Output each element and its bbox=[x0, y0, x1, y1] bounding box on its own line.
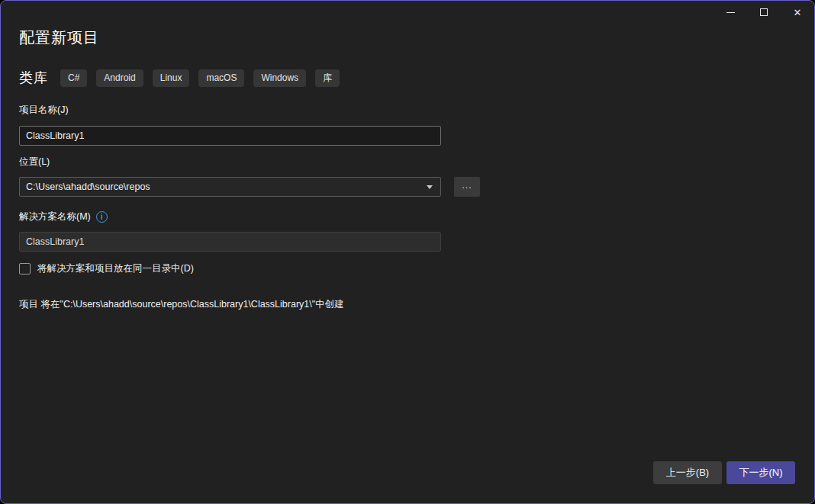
configure-project-dialog: ✕ 配置新项目 类库 C# Android Linux macOS Window… bbox=[0, 0, 815, 504]
dialog-content: 配置新项目 类库 C# Android Linux macOS Windows … bbox=[1, 27, 814, 311]
same-directory-checkbox[interactable] bbox=[19, 263, 31, 274]
same-directory-label: 将解决方案和项目放在同一目录中(D) bbox=[37, 262, 194, 275]
maximize-button[interactable] bbox=[747, 1, 781, 24]
tag-android: Android bbox=[96, 69, 143, 87]
title-bar[interactable]: ✕ bbox=[1, 1, 814, 25]
project-name-input[interactable] bbox=[19, 126, 441, 146]
location-combobox[interactable]: C:\Users\ahadd\source\repos bbox=[19, 177, 441, 197]
tag-csharp: C# bbox=[60, 69, 87, 87]
browse-button[interactable]: ... bbox=[454, 177, 480, 197]
location-label: 位置(L) bbox=[19, 156, 796, 169]
project-creation-path-info: 项目 将在"C:\Users\ahadd\source\repos\ClassL… bbox=[19, 298, 796, 311]
next-button[interactable]: 下一步(N) bbox=[726, 461, 795, 484]
close-button[interactable]: ✕ bbox=[781, 1, 814, 24]
minimize-button[interactable] bbox=[714, 1, 747, 24]
back-button[interactable]: 上一步(B) bbox=[653, 461, 722, 484]
tag-macos: macOS bbox=[198, 69, 244, 87]
minimize-icon bbox=[726, 12, 735, 13]
project-name-label: 项目名称(J) bbox=[19, 104, 796, 117]
solution-name-input[interactable] bbox=[19, 232, 441, 252]
close-icon: ✕ bbox=[794, 8, 802, 18]
solution-name-label-row: 解决方案名称(M) i bbox=[19, 210, 796, 223]
tag-linux: Linux bbox=[153, 69, 190, 87]
same-directory-row: 将解决方案和项目放在同一目录中(D) bbox=[19, 262, 796, 275]
location-row: C:\Users\ahadd\source\repos ... bbox=[19, 177, 796, 197]
tag-windows: Windows bbox=[253, 69, 306, 87]
tag-library: 库 bbox=[315, 69, 340, 87]
page-title: 配置新项目 bbox=[19, 27, 796, 48]
project-type-row: 类库 C# Android Linux macOS Windows 库 bbox=[19, 69, 796, 87]
location-value: C:\Users\ahadd\source\repos bbox=[26, 181, 150, 192]
maximize-icon bbox=[760, 8, 768, 16]
info-icon[interactable]: i bbox=[96, 211, 108, 223]
chevron-down-icon bbox=[427, 185, 433, 189]
solution-name-label: 解决方案名称(M) bbox=[19, 210, 91, 223]
project-type-name: 类库 bbox=[19, 69, 48, 87]
dialog-footer: 上一步(B) 下一步(N) bbox=[653, 461, 795, 484]
